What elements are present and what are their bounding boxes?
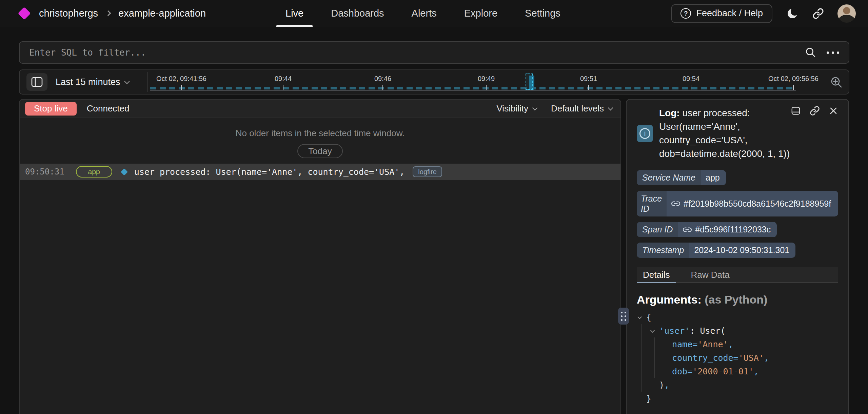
feedback-help-button[interactable]: ? Feedback / Help [671,4,772,23]
field-span-id[interactable]: Span ID#d5c996f11192033c [637,222,777,237]
detail-title: Log: user processed: User(name='Anne', c… [659,106,791,161]
field-label: Timestamp [637,243,689,258]
tab-alerts[interactable]: Alerts [412,0,437,27]
code-token: dob= [672,367,692,376]
code-token: } [646,394,651,403]
detail-tab-details[interactable]: Details [637,267,676,282]
timeline-tick-label: 09:44 [275,75,292,83]
dp-code: {'user': User(name='Anne',country_code='… [637,310,838,405]
link-icon [671,199,680,208]
log-level-diamond-icon [121,168,128,175]
today-button[interactable]: Today [297,144,342,158]
dp-tabs: DetailsRaw Data [637,267,838,283]
code-token: , [728,339,733,349]
log-timestamp: 09:50:31 [25,167,64,177]
code-token: , [764,353,769,363]
chevron-down-icon [608,105,613,111]
nav-right: ? Feedback / Help [671,4,868,23]
share-link-icon[interactable] [812,8,824,19]
code-token: country_code= [672,353,738,363]
timeline-tick-mark [793,85,794,90]
code-token: 'user' [659,326,690,336]
no-older-items-message: No older items in the selected time wind… [20,128,620,139]
user-avatar[interactable] [837,4,856,23]
timeline-tick-label: Oct 02, 09:41:56 [156,75,206,83]
more-options-icon[interactable] [827,51,839,54]
zoom-in-icon[interactable] [830,76,843,89]
panel-resize-handle[interactable] [618,308,629,325]
detail-header: i Log: user processed: User(name='Anne',… [637,106,838,161]
timeline-tick-mark [486,85,487,90]
field-label: Span ID [637,222,678,237]
tab-settings[interactable]: Settings [525,0,560,27]
field-value: #f2019b98b550cd8a61546c2f9188959f [667,191,837,216]
field-value: #d5c996f11192033c [678,222,777,237]
arguments-title: Arguments: [637,293,702,306]
timeline-tick-mark [283,85,283,90]
sql-filter-bar [19,41,849,64]
timeline-tick-label: 09:49 [478,75,495,83]
log-detail-panel: i Log: user processed: User(name='Anne',… [626,99,849,414]
timeline-tick-label: Oct 02, 09:56:56 [768,75,818,83]
timeline-tick-mark [382,85,383,90]
code-token: 'USA' [738,353,764,363]
code-token: '2000-01-01' [692,367,754,376]
code-line: { [637,310,838,324]
collapse-chevron-icon[interactable] [637,315,642,319]
code-token: name= [672,339,697,349]
app-root: christophergs example-application LiveDa… [0,0,868,414]
timeline-tick-mark [691,85,691,90]
timeline-tick-label: 09:51 [580,75,597,83]
code-line: ), [637,378,838,392]
link-icon [683,225,692,234]
nav-tabs: LiveDashboardsAlertsExploreSettings [285,0,560,27]
code-token: , [664,380,669,390]
timeline-dashed-baseline [150,87,796,89]
code-token: 'Anne' [697,339,728,349]
arguments-heading: Arguments: (as Python) [637,293,838,306]
field-service-name[interactable]: Service Nameapp [637,170,726,185]
dock-panel-icon[interactable] [791,106,801,116]
question-icon: ? [680,8,691,19]
timeline-bar: Last 15 minutes Oct 02, 09:41:5609:4409:… [19,69,849,95]
visibility-dropdown[interactable]: Visibility [496,103,536,114]
timeline-plot[interactable]: Oct 02, 09:41:5609:4409:4609:4909:5109:5… [20,70,849,94]
field-label: Service Name [637,170,701,185]
breadcrumb-org[interactable]: christophergs [39,8,98,19]
collapse-chevron-icon[interactable] [650,328,655,333]
live-view-panel: Stop live Connected Visibility Default l… [19,99,621,414]
sql-filter-input[interactable] [29,47,798,58]
code-token: , [754,367,759,376]
field-trace-id[interactable]: Trace ID#f2019b98b550cd8a61546c2f9188959… [637,191,838,216]
timeline-selection[interactable] [526,74,533,90]
detail-actions [791,106,838,116]
chevron-right-icon [105,10,111,16]
code-line: 'user': User( [637,324,838,337]
timeline-tick-mark [181,85,182,90]
copy-link-icon[interactable] [810,106,820,116]
field-timestamp[interactable]: Timestamp2024-10-02 09:50:31.301 [637,243,795,258]
stop-live-button[interactable]: Stop live [25,102,77,116]
tab-dashboards[interactable]: Dashboards [331,0,384,27]
timeline-tick-mark [588,85,589,90]
tab-explore[interactable]: Explore [464,0,497,27]
breadcrumb-project[interactable]: example-application [118,8,206,19]
default-levels-dropdown[interactable]: Default levels [551,103,612,114]
detail-kind-label: Log: [659,108,680,118]
search-icon[interactable] [805,47,816,58]
arguments-mode: (as Python) [702,293,768,306]
feedback-help-label: Feedback / Help [696,8,763,19]
log-row[interactable]: 09:50:31 app user processed: User(name='… [20,164,620,180]
code-token: : User( [690,326,725,336]
logfire-logo-icon[interactable] [18,7,31,20]
live-controls-row: Stop live Connected Visibility Default l… [20,100,620,118]
timeline-tick-label: 09:54 [683,75,699,83]
default-levels-label: Default levels [551,103,604,114]
field-value: 2024-10-02 09:50:31.301 [689,243,795,258]
code-line: country_code='USA', [637,351,838,365]
dark-mode-moon-icon[interactable] [786,7,799,20]
detail-tab-raw-data[interactable]: Raw Data [685,267,735,282]
tab-live[interactable]: Live [285,0,303,27]
close-icon[interactable] [829,106,838,116]
code-token: { [646,312,651,322]
